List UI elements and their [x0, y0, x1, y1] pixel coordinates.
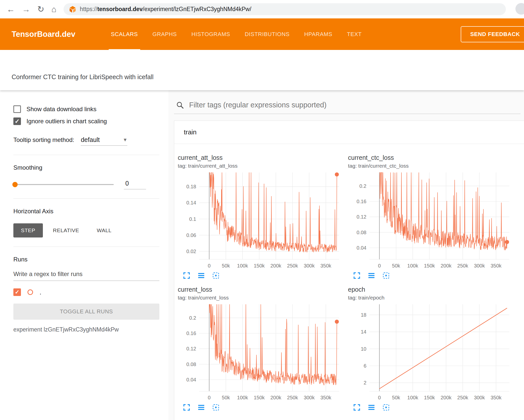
svg-text:50k: 50k: [222, 395, 230, 400]
fullscreen-icon[interactable]: [183, 272, 190, 279]
tab-text[interactable]: TEXT: [340, 18, 369, 50]
svg-text:0.08: 0.08: [357, 230, 366, 235]
chart-epoch: epochtag: train/epoch26101418050k100k150…: [348, 286, 515, 411]
svg-text:50k: 50k: [222, 263, 230, 268]
run-color-icon: [27, 289, 33, 295]
forward-icon[interactable]: →: [22, 5, 30, 13]
svg-text:350k: 350k: [320, 263, 331, 268]
svg-text:0.04: 0.04: [186, 377, 196, 382]
title-band: Conformer CTC training for LibriSpeech w…: [0, 50, 524, 90]
chart-plot[interactable]: 0.020.060.10.140.18050k100k150k200k250k3…: [178, 170, 344, 271]
ignore-outliers-label: Ignore outliers in chart scaling: [26, 118, 107, 125]
train-section-header[interactable]: train: [174, 121, 524, 144]
fullscreen-icon[interactable]: [353, 404, 361, 411]
runs-label: Runs: [13, 256, 159, 263]
tab-scalars[interactable]: SCALARS: [104, 18, 145, 50]
svg-text:150k: 150k: [424, 395, 435, 400]
svg-text:350k: 350k: [320, 395, 331, 400]
smoothing-label: Smoothing: [13, 164, 159, 171]
axis-button-wall[interactable]: WALL: [89, 223, 119, 237]
svg-text:0.2: 0.2: [359, 183, 366, 189]
chart-current-ctc-loss: current_ctc_losstag: train/current_ctc_l…: [348, 154, 515, 279]
axis-button-step[interactable]: STEP: [13, 223, 43, 237]
svg-text:300k: 300k: [304, 263, 315, 268]
tab-distributions[interactable]: DISTRIBUTIONS: [238, 18, 297, 50]
reload-icon[interactable]: ↻: [37, 5, 44, 13]
run-name: .: [40, 289, 41, 296]
filter-tags-input[interactable]: [189, 101, 516, 109]
log-scale-icon[interactable]: [197, 272, 205, 279]
chart-toolbar: [183, 272, 345, 279]
chart-title: epoch: [348, 286, 515, 293]
show-download-links-checkbox[interactable]: [13, 105, 21, 113]
chart-title: current_ctc_loss: [348, 154, 515, 161]
chart-toolbar: [353, 272, 515, 279]
smoothing-slider[interactable]: [13, 184, 114, 185]
log-scale-icon[interactable]: [197, 404, 205, 411]
chart-title: current_loss: [178, 286, 345, 293]
svg-text:250k: 250k: [457, 263, 468, 268]
chart-current-att-loss: current_att_losstag: train/current_att_l…: [178, 154, 345, 279]
divider: [13, 155, 159, 155]
nav-tabs: SCALARSGRAPHSHISTOGRAMSDISTRIBUTIONSHPAR…: [104, 18, 369, 50]
svg-text:200k: 200k: [441, 395, 452, 400]
svg-text:250k: 250k: [287, 263, 298, 268]
svg-text:350k: 350k: [490, 263, 502, 268]
run-checkbox[interactable]: ✓: [13, 288, 21, 296]
smoothing-value-input[interactable]: 0: [124, 180, 146, 189]
svg-text:0.08: 0.08: [186, 362, 196, 367]
fit-data-icon[interactable]: [382, 404, 390, 411]
svg-text:150k: 150k: [424, 263, 435, 268]
runs-filter-input[interactable]: [13, 269, 159, 281]
svg-text:200k: 200k: [270, 395, 281, 400]
home-icon[interactable]: ⌂: [51, 5, 56, 13]
url-text: https://tensorboard.dev/experiment/lzGnE…: [80, 6, 251, 13]
settings-sidebar: Show data download links ✓ Ignore outlie…: [0, 90, 168, 420]
experiment-title: Conformer CTC training for LibriSpeech w…: [12, 73, 154, 81]
svg-text:0: 0: [378, 263, 381, 268]
show-download-links-row[interactable]: Show data download links: [13, 105, 159, 113]
svg-text:0.12: 0.12: [357, 214, 366, 220]
chart-tag: tag: train/current_ctc_loss: [348, 163, 515, 169]
ignore-outliers-checkbox[interactable]: ✓: [13, 117, 21, 125]
log-scale-icon[interactable]: [368, 404, 375, 411]
axis-button-relative[interactable]: RELATIVE: [45, 223, 87, 237]
svg-text:0.16: 0.16: [186, 331, 196, 336]
svg-text:350k: 350k: [490, 395, 502, 400]
chevron-down-icon: ▼: [123, 137, 128, 143]
toggle-all-runs-button[interactable]: TOGGLE ALL RUNS: [13, 304, 159, 320]
tooltip-sorting-select[interactable]: default ▼: [81, 136, 127, 146]
chart-plot[interactable]: 0.040.080.120.160.2050k100k150k200k250k3…: [348, 170, 514, 271]
chart-plot[interactable]: 0.040.080.120.160.2050k100k150k200k250k3…: [178, 302, 344, 403]
svg-text:0.14: 0.14: [186, 200, 196, 205]
chart-plot[interactable]: 26101418050k100k150k200k250k300k350k: [348, 302, 514, 403]
log-scale-icon[interactable]: [368, 272, 375, 279]
chart-title: current_att_loss: [178, 154, 345, 161]
run-row[interactable]: ✓ .: [13, 288, 159, 296]
fit-data-icon[interactable]: [212, 404, 220, 411]
svg-text:0.02: 0.02: [186, 249, 196, 254]
tab-graphs[interactable]: GRAPHS: [145, 18, 184, 50]
svg-text:14: 14: [361, 329, 366, 335]
fullscreen-icon[interactable]: [353, 272, 361, 279]
svg-text:0.2: 0.2: [189, 315, 196, 321]
svg-text:50k: 50k: [392, 263, 400, 268]
profile-avatar[interactable]: [515, 3, 524, 15]
back-icon[interactable]: ←: [7, 5, 15, 13]
svg-text:150k: 150k: [254, 263, 265, 268]
tab-hparams[interactable]: HPARAMS: [297, 18, 339, 50]
filter-tags-row: [174, 101, 520, 114]
chart-toolbar: [183, 404, 345, 411]
ignore-outliers-row[interactable]: ✓ Ignore outliers in chart scaling: [13, 117, 159, 125]
send-feedback-button[interactable]: SEND FEEDBACK: [461, 26, 524, 42]
fullscreen-icon[interactable]: [183, 404, 190, 411]
horizontal-axis-buttons: STEPRELATIVEWALL: [13, 223, 159, 237]
tensorboard-favicon: [69, 6, 76, 13]
fit-data-icon[interactable]: [382, 272, 390, 279]
train-card: train current_att_losstag: train/current…: [174, 121, 524, 420]
experiment-caption: experiment lzGnETjwRxC3yghNMd4kPw: [13, 326, 159, 333]
tab-histograms[interactable]: HISTOGRAMS: [184, 18, 238, 50]
fit-data-icon[interactable]: [212, 272, 220, 279]
address-bar[interactable]: https://tensorboard.dev/experiment/lzGnE…: [64, 3, 506, 15]
smoothing-slider-thumb[interactable]: [12, 182, 18, 187]
